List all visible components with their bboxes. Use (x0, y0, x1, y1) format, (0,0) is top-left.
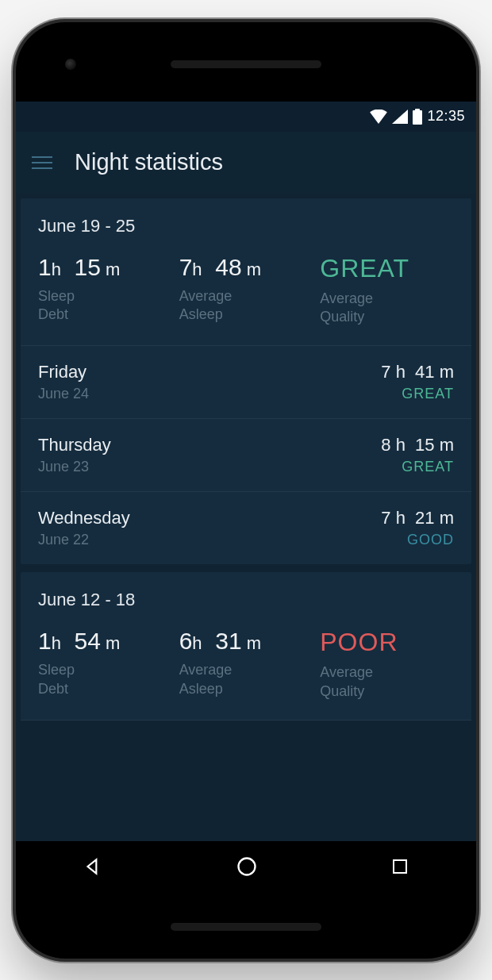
wifi-icon (370, 110, 387, 124)
android-nav-bar (16, 841, 476, 895)
sleep-debt-value: 1h 15 m (38, 254, 179, 281)
day-name: Thursday (38, 435, 111, 455)
day-date: June 24 (38, 386, 89, 402)
menu-icon[interactable] (32, 156, 52, 169)
day-quality: GOOD (381, 532, 454, 548)
week-card: June 19 - 251h 15 mSleepDebt7h 48 mAvera… (21, 198, 471, 565)
svg-rect-1 (415, 109, 420, 111)
day-quality: GREAT (381, 459, 454, 475)
nav-home-button[interactable] (236, 855, 258, 881)
day-duration: 7 h 41 m (381, 362, 454, 382)
nav-recent-button[interactable] (390, 857, 409, 879)
status-bar: 12:35 (16, 102, 476, 132)
svg-rect-3 (394, 860, 406, 873)
average-quality-label: AverageQuality (320, 290, 454, 327)
phone-frame: 12:35 Night statistics June 19 - 251h 15… (16, 22, 476, 959)
svg-rect-0 (413, 110, 422, 125)
day-date: June 22 (38, 532, 130, 548)
sleep-debt-value: 1h 54 m (38, 628, 179, 655)
week-summary[interactable]: June 12 - 181h 54 mSleepDebt6h 31 mAvera… (21, 572, 471, 721)
average-asleep-label: AverageAsleep (179, 661, 321, 698)
average-asleep-value: 7h 48 m (179, 254, 321, 281)
average-quality-label: AverageQuality (320, 663, 454, 701)
day-name: Wednesday (38, 508, 130, 528)
screen: 12:35 Night statistics June 19 - 251h 15… (16, 102, 476, 895)
average-asleep-label: AverageAsleep (179, 287, 321, 325)
average-asleep-value: 6h 31 m (179, 628, 321, 655)
day-row[interactable]: WednesdayJune 227 h 21 mGOOD (21, 492, 471, 564)
device-top-bezel (16, 22, 476, 102)
week-card: June 12 - 181h 54 mSleepDebt6h 31 mAvera… (21, 572, 471, 721)
page-title: Night statistics (75, 149, 223, 175)
svg-point-2 (238, 858, 255, 874)
day-duration: 7 h 21 m (381, 508, 454, 528)
earpiece-speaker (171, 60, 321, 68)
day-name: Friday (38, 362, 89, 382)
status-time: 12:35 (427, 108, 465, 125)
camera-dot (65, 59, 76, 70)
day-row[interactable]: ThursdayJune 238 h 15 mGREAT (21, 419, 471, 492)
day-quality: GREAT (381, 386, 454, 402)
app-header: Night statistics (16, 132, 476, 194)
battery-icon (413, 109, 422, 125)
week-range: June 12 - 18 (38, 590, 454, 610)
day-date: June 23 (38, 459, 111, 475)
week-range: June 19 - 25 (38, 216, 454, 236)
day-row[interactable]: FridayJune 247 h 41 mGREAT (21, 346, 471, 419)
nav-back-button[interactable] (83, 856, 103, 880)
bottom-speaker (171, 923, 321, 931)
sleep-debt-label: SleepDebt (38, 287, 179, 325)
device-bottom-bezel (16, 895, 476, 959)
day-duration: 8 h 15 m (381, 435, 454, 455)
cellular-icon (392, 110, 408, 124)
week-summary[interactable]: June 19 - 251h 15 mSleepDebt7h 48 mAvera… (21, 198, 471, 347)
content-scroll[interactable]: June 19 - 251h 15 mSleepDebt7h 48 mAvera… (16, 194, 476, 841)
average-quality-value: GREAT (320, 254, 454, 283)
sleep-debt-label: SleepDebt (38, 661, 179, 698)
average-quality-value: POOR (320, 628, 454, 657)
